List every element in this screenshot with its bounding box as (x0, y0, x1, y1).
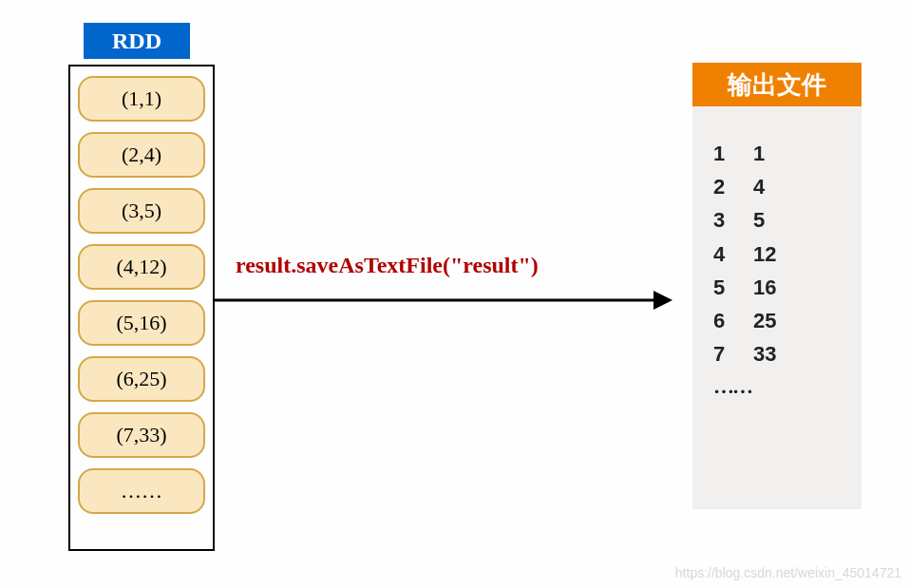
output-key: 4 (713, 237, 753, 271)
output-value: 4 (753, 170, 765, 203)
output-key: 5 (713, 271, 753, 304)
output-row: 2 4 (713, 170, 841, 203)
output-value: 33 (753, 337, 776, 370)
output-header: 输出文件 (692, 63, 862, 106)
svg-marker-1 (653, 291, 672, 310)
rdd-container: (1,1) (2,4) (3,5) (4,12) (5,16) (6,25) (… (68, 65, 215, 551)
operation-label: result.saveAsTextFile("result") (236, 253, 539, 278)
output-row: 7 33 (713, 337, 841, 370)
output-ellipsis: …… (713, 374, 841, 399)
output-key: 1 (713, 137, 753, 170)
watermark: https://blog.csdn.net/weixin_45014721 (675, 565, 901, 580)
output-value: 25 (753, 304, 776, 337)
output-row: 4 12 (713, 237, 841, 271)
rdd-header: RDD (84, 23, 190, 59)
rdd-item: …… (78, 468, 205, 514)
rdd-item: (7,33) (78, 412, 205, 458)
output-row: 1 1 (713, 137, 841, 170)
output-row: 3 5 (713, 203, 841, 237)
output-body: 1 1 2 4 3 5 4 12 5 16 6 25 7 33 …… (692, 106, 862, 509)
rdd-item: (3,5) (78, 188, 205, 234)
arrow-icon (215, 289, 672, 312)
output-value: 16 (753, 271, 776, 304)
output-row: 6 25 (713, 304, 841, 337)
rdd-item: (1,1) (78, 76, 205, 122)
output-key: 7 (713, 337, 753, 370)
output-key: 6 (713, 304, 753, 337)
output-row: 5 16 (713, 271, 841, 304)
output-value: 12 (753, 237, 776, 271)
rdd-item: (6,25) (78, 356, 205, 402)
rdd-item: (5,16) (78, 300, 205, 346)
output-value: 5 (753, 203, 765, 237)
rdd-item: (2,4) (78, 132, 205, 178)
output-key: 2 (713, 170, 753, 203)
output-value: 1 (753, 137, 765, 170)
rdd-item: (4,12) (78, 244, 205, 290)
output-key: 3 (713, 203, 753, 237)
